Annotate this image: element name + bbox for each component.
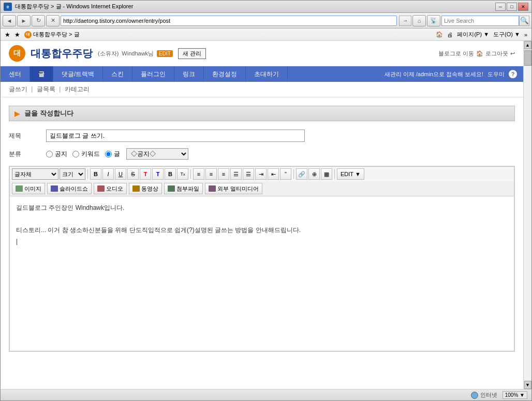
address-input[interactable] — [61, 16, 397, 26]
image-inline-button[interactable]: ⊕ — [308, 168, 320, 180]
search-wrap: 🔍 — [441, 16, 529, 26]
search-button[interactable]: 🔍 — [519, 16, 529, 26]
tab-settings[interactable]: 환경설정 — [204, 66, 246, 82]
edit-mode-button[interactable]: EDIT ▼ — [337, 168, 364, 180]
font-select[interactable]: 글자체 — [12, 168, 58, 180]
breadcrumb-sep2: | — [59, 85, 61, 93]
bold-button[interactable]: B — [90, 168, 101, 180]
site-favicon: 대 — [24, 31, 32, 38]
blockquote-button[interactable]: " — [280, 168, 291, 180]
file-button[interactable]: 첨부파일 — [164, 183, 203, 194]
back-button[interactable]: ◄ — [3, 15, 16, 26]
home-icon-btn[interactable]: 🏠 — [436, 31, 443, 38]
link-button[interactable]: 🔗 — [296, 168, 307, 180]
help-link[interactable]: 도우미 — [487, 70, 505, 78]
scroll-thumb[interactable] — [524, 50, 531, 66]
print-icon-btn[interactable]: 🖨 — [447, 32, 453, 38]
tools-menu-btn[interactable]: 도구(O) ▼ — [493, 31, 520, 38]
content-cursor-line: | — [16, 236, 508, 248]
site-logo-area: 대 대통합우주당 (소유자) Windhawk님 EDIT 새 관리 — [9, 45, 206, 62]
radio-post-input[interactable] — [105, 151, 112, 157]
go-button[interactable]: → — [399, 16, 411, 26]
table-button[interactable]: ▦ — [321, 168, 332, 180]
search-input[interactable] — [441, 16, 519, 26]
ext-icon — [209, 185, 216, 192]
category-row: 분류 공지 키워드 글 — [9, 148, 515, 160]
image-button[interactable]: 이미지 — [12, 183, 45, 194]
list-ul-button[interactable]: ☰ — [230, 168, 242, 180]
subscript-button[interactable]: Tx — [177, 168, 188, 180]
radio-keyword[interactable]: 키워드 — [72, 150, 100, 159]
audio-button[interactable]: 오디오 — [94, 183, 127, 194]
tab-post[interactable]: 글 — [30, 66, 53, 82]
breadcrumb-list[interactable]: 글목록 — [37, 85, 55, 93]
list-ol-button[interactable]: ☰ — [243, 168, 254, 180]
tab-comments[interactable]: 댓글/트랙백 — [53, 66, 103, 82]
zoom-button[interactable]: 100% ▼ — [503, 391, 527, 399]
tab-skin[interactable]: 스킨 — [103, 66, 132, 82]
address-bar-wrap: → — [61, 16, 411, 26]
radio-notice-input[interactable] — [46, 151, 53, 157]
new-admin-button[interactable]: 새 관리 — [178, 48, 206, 59]
editor-content[interactable]: 길드블로그 주인장인 Windhawk입니다. 티스토리... 이거 참 생소하… — [9, 196, 514, 351]
ext-media-button[interactable]: 외부 멀티미디어 — [205, 183, 262, 194]
feed-button[interactable]: 📡 — [427, 15, 440, 26]
favorites-item[interactable]: 대 대통합우주당 > 글 — [24, 31, 80, 38]
extra-tools-btn[interactable]: » — [524, 32, 527, 38]
site-title: 대통합우주당 — [31, 47, 93, 61]
radio-notice[interactable]: 공지 — [46, 150, 67, 159]
admin-notice: 새관리 이제 /admin으로 접속해 보세요! — [385, 70, 483, 78]
slideshow-button[interactable]: 슬라이드쇼 — [47, 183, 92, 194]
minimize-button[interactable]: ─ — [495, 3, 506, 11]
outdent-button[interactable]: ⇤ — [268, 168, 279, 180]
italic-button[interactable]: I — [102, 168, 114, 180]
tab-center[interactable]: 센터 — [1, 66, 30, 82]
radio-post[interactable]: 글 — [105, 150, 120, 159]
underline-button[interactable]: U — [115, 168, 126, 180]
tab-link[interactable]: 링크 — [174, 66, 204, 82]
radio-keyword-label: 키워드 — [81, 150, 100, 159]
red-text-button[interactable]: T — [140, 168, 151, 180]
align-center-button[interactable]: ≡ — [205, 168, 217, 180]
black-text-button[interactable]: B — [165, 168, 176, 180]
file-icon — [168, 185, 175, 192]
breadcrumb-write[interactable]: 글쓰기 — [9, 85, 27, 93]
navigation-bar: ◄ ► ↻ ✕ → ⌂ 📡 🔍 — [1, 13, 531, 28]
main-area: 대 대통합우주당 (소유자) Windhawk님 EDIT 새 관리 블로그로 … — [1, 41, 523, 389]
scroll-down-button[interactable]: ▼ — [524, 381, 531, 389]
forward-button[interactable]: ► — [17, 15, 31, 26]
logout-link[interactable]: 로그아웃 — [485, 50, 508, 58]
home-link-icon: 🏠 — [476, 50, 483, 57]
scrollbar[interactable]: ▲ ▼ — [523, 41, 531, 389]
radio-keyword-input[interactable] — [72, 151, 79, 157]
restore-button[interactable]: □ — [507, 3, 517, 11]
page-menu-btn[interactable]: 페이지(P) ▼ — [457, 31, 489, 38]
scroll-up-button[interactable]: ▲ — [524, 41, 531, 49]
breadcrumb-category[interactable]: 카테고리 — [65, 85, 90, 93]
close-button[interactable]: ✕ — [518, 3, 528, 11]
stop-button[interactable]: ✕ — [46, 15, 60, 26]
align-left-button[interactable]: ≡ — [193, 168, 204, 180]
slideshow-label: 슬라이드쇼 — [60, 185, 88, 193]
refresh-button[interactable]: ↻ — [32, 15, 45, 26]
video-button[interactable]: 동영상 — [129, 183, 162, 194]
home-button[interactable]: ⌂ — [412, 15, 426, 26]
indent-button[interactable]: ⇥ — [255, 168, 267, 180]
breadcrumb-sep1: | — [31, 85, 33, 93]
page-content: 대 대통합우주당 (소유자) Windhawk님 EDIT 새 관리 블로그로 … — [1, 41, 531, 389]
title-input[interactable] — [46, 130, 305, 142]
title-row: 제목 — [9, 130, 515, 142]
tab-invite[interactable]: 초대하기 — [246, 66, 288, 82]
category-select[interactable]: ◇공지◇ 일반 — [126, 148, 188, 160]
align-right-button[interactable]: ≡ — [218, 168, 229, 180]
blue-text-button[interactable]: T — [152, 168, 164, 180]
site-header: 대 대통합우주당 (소유자) Windhawk님 EDIT 새 관리 블로그로 … — [1, 41, 523, 66]
edit-badge[interactable]: EDIT — [157, 50, 173, 57]
ext-label: 외부 멀티미디어 — [217, 185, 259, 193]
move-to-blog-link[interactable]: 블로그로 이동 — [438, 50, 474, 58]
strikethrough-button[interactable]: S — [127, 168, 139, 180]
size-select[interactable]: 크기 — [60, 168, 85, 180]
tab-plugin[interactable]: 플러그인 — [132, 66, 174, 82]
ie-right-tools: 🏠 🖨 페이지(P) ▼ 도구(O) ▼ » — [436, 31, 527, 38]
favorites-bar: ★ ★ 대 대통합우주당 > 글 🏠 🖨 페이지(P) ▼ 도구(O) ▼ » — [1, 28, 531, 41]
